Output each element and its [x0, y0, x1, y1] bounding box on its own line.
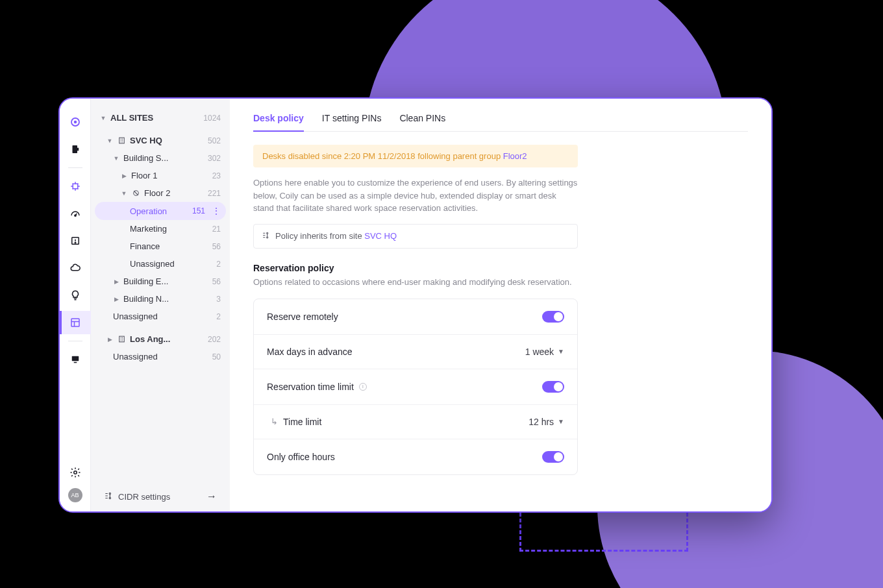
alert-text: Desks disabled since 2:20 PM 11/2/2018 f…: [262, 151, 503, 161]
tree-floor1[interactable]: ▶ Floor 1 23: [95, 167, 226, 184]
tab-it-pins[interactable]: IT setting PINs: [322, 113, 382, 131]
tree-finance[interactable]: Finance 56: [95, 238, 226, 255]
disabled-icon: [131, 189, 140, 198]
caret-down-icon: ▼: [121, 190, 127, 197]
settings-tree-icon: [104, 491, 113, 502]
tree-building-n[interactable]: ▶ Building N... 3: [95, 290, 226, 308]
inherit-site-link[interactable]: SVC HQ: [364, 231, 397, 241]
door-icon: [69, 143, 81, 155]
reservation-policy-card: Reserve remotely Max days in advance 1 w…: [253, 299, 578, 475]
cidr-settings-button[interactable]: CIDR settings →: [95, 482, 226, 511]
rail-divider-2: [68, 341, 82, 341]
reserve-remotely-toggle[interactable]: [542, 311, 564, 323]
svg-point-18: [267, 236, 268, 238]
row-time-limit: ↳ Time limit 12 hrs ▼: [254, 405, 577, 439]
tree-label: Los Ang...: [130, 334, 170, 344]
row-label: Reserve remotely: [267, 312, 338, 322]
cidr-settings-label: CIDR settings: [118, 492, 170, 502]
nav-dashboard[interactable]: [60, 138, 91, 161]
app-window: AB ▼ ALL SITES 1024 ▼ SVC HQ 502 ▼ Build…: [58, 97, 773, 513]
monitor-icon: [69, 354, 81, 365]
nav-layout[interactable]: [60, 311, 91, 334]
inherit-tree-icon: [262, 231, 270, 241]
kebab-icon[interactable]: ⋮: [209, 206, 221, 216]
tree-label: Operation: [130, 206, 167, 216]
tree-count: 502: [208, 136, 221, 145]
caret-right-icon: ▶: [121, 173, 127, 179]
tree-count: 23: [212, 171, 221, 180]
layout-icon: [69, 317, 81, 328]
tree-svc-hq[interactable]: ▼ SVC HQ 502: [95, 132, 226, 149]
tree-count: 302: [208, 154, 221, 163]
inherit-policy-box: Policy inherits from site SVC HQ: [253, 224, 578, 249]
tree-building-s[interactable]: ▼ Building S... 302: [95, 149, 226, 167]
row-max-days: Max days in advance 1 week ▼: [254, 335, 577, 369]
nav-logo[interactable]: [60, 110, 91, 134]
svg-rect-4: [73, 184, 78, 189]
tree-count: 202: [208, 335, 221, 344]
alert-link[interactable]: Floor2: [503, 151, 527, 161]
section-title: Reservation policy: [253, 263, 748, 273]
tree-label: SVC HQ: [130, 136, 162, 145]
tabs: Desk policy IT setting PINs Clean PINs: [253, 113, 748, 132]
page-description: Options here enable you to customize the…: [253, 177, 578, 215]
office-hours-toggle[interactable]: [542, 451, 564, 463]
tree-count: 56: [212, 242, 221, 251]
tree-floor2[interactable]: ▼ Floor 2 221: [95, 184, 226, 202]
gear-icon: [69, 467, 81, 478]
max-days-dropdown[interactable]: 1 week ▼: [525, 347, 564, 357]
caret-right-icon: ▶: [106, 336, 113, 343]
dropdown-value: 1 week: [525, 347, 554, 357]
tree-count: 56: [212, 277, 221, 286]
building-icon: [117, 136, 126, 145]
cloud-icon: [69, 262, 81, 274]
svg-rect-3: [77, 148, 79, 151]
lightbulb-icon: [69, 289, 81, 301]
tree-label: Unassigned: [113, 352, 158, 361]
svg-rect-10: [73, 362, 77, 363]
tree-unassigned-svc[interactable]: Unassigned 2: [95, 308, 226, 325]
info-icon[interactable]: i: [359, 383, 367, 391]
svg-rect-14: [119, 336, 124, 342]
tree-unassigned-floor2[interactable]: Unassigned 2: [95, 255, 226, 273]
caret-down-icon: ▼: [100, 115, 106, 121]
avatar[interactable]: AB: [68, 488, 82, 502]
tab-desk-policy[interactable]: Desk policy: [253, 113, 304, 131]
tab-clean-pins[interactable]: Clean PINs: [399, 113, 445, 131]
tree-count: 50: [212, 352, 221, 361]
tree-marketing[interactable]: Marketing 21: [95, 220, 226, 238]
svg-point-7: [75, 242, 76, 243]
tree-count: 2: [216, 260, 221, 269]
nav-rail: AB: [60, 99, 91, 511]
nav-cloud[interactable]: [60, 256, 91, 280]
tree-count: 3: [216, 295, 221, 304]
reservation-time-limit-toggle[interactable]: [542, 381, 564, 393]
svg-point-1: [73, 121, 77, 124]
row-label: ↳ Time limit: [267, 417, 321, 427]
chip-icon: [69, 180, 81, 192]
tree-all-sites[interactable]: ▼ ALL SITES 1024: [95, 109, 226, 127]
row-office-hours: Only office hours: [254, 439, 577, 474]
nav-alerts[interactable]: [60, 229, 91, 252]
settings-button[interactable]: [60, 463, 91, 482]
building-icon: [117, 335, 126, 344]
nav-ideas[interactable]: [60, 284, 91, 307]
tree-label: Floor 1: [131, 171, 157, 180]
tree-los-ang[interactable]: ▶ Los Ang... 202: [95, 330, 226, 348]
svg-point-15: [109, 493, 110, 494]
tree-label: Building N...: [123, 294, 169, 304]
nav-desktop[interactable]: [60, 348, 91, 371]
row-label: Max days in advance: [267, 347, 353, 357]
tree-building-e[interactable]: ▶ Building E... 56: [95, 273, 226, 290]
tree-unassigned-la[interactable]: Unassigned 50: [95, 348, 226, 365]
svg-rect-8: [71, 319, 79, 326]
nav-gauge[interactable]: [60, 202, 91, 225]
time-limit-dropdown[interactable]: 12 hrs ▼: [529, 417, 564, 427]
alert-box-icon: [69, 235, 81, 247]
nav-devices[interactable]: [60, 175, 91, 198]
section-description: Options related to occasions where end-u…: [253, 277, 748, 287]
rail-divider: [68, 167, 82, 168]
tree-operation[interactable]: Operation 151 ⋮: [95, 202, 226, 220]
tree-label: Finance: [130, 241, 160, 251]
tree-count: 2: [216, 312, 221, 321]
